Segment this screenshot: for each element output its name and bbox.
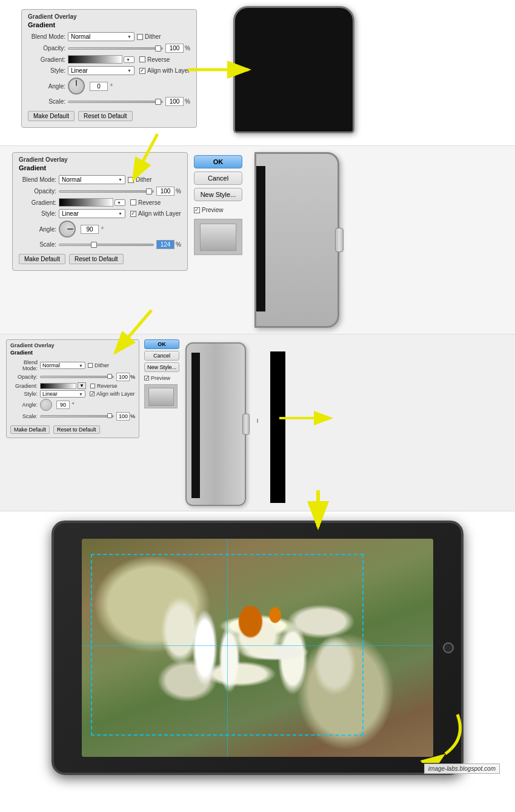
align-layer-check-2[interactable]: Align with Layer — [130, 210, 181, 217]
opacity-thumb-2[interactable] — [146, 188, 152, 195]
dither-check-3[interactable]: Dither — [88, 362, 109, 368]
style-value-3: Linear — [42, 391, 58, 397]
scale-value-2[interactable]: 124 — [156, 240, 174, 249]
angle-knob[interactable] — [68, 78, 85, 95]
align-layer-label: Align with Layer — [147, 67, 190, 74]
dither-checkbox[interactable] — [137, 34, 143, 40]
reverse-check-2[interactable]: Reverse — [130, 199, 161, 206]
preview-thumbnail-3 — [144, 384, 178, 408]
gradient-row-3: Gradient: ▼ Reverse — [10, 382, 135, 389]
opacity-value-3[interactable]: 100 — [116, 373, 130, 381]
panel2-title: Gradient Overlay — [19, 156, 181, 163]
ipad-home-button[interactable] — [443, 642, 454, 653]
opacity-label-3: Opacity: — [10, 374, 38, 380]
reverse-checkbox-3[interactable] — [90, 384, 95, 388]
align-layer-label-3: Align with Layer — [96, 391, 135, 397]
style-select-3[interactable]: Linear ▼ — [40, 390, 85, 398]
gradient-bar-3[interactable] — [40, 383, 76, 389]
gradient-arrow-2: ▼ — [117, 201, 121, 205]
align-layer-check[interactable]: Align with Layer — [139, 67, 190, 74]
preview-label-2: Preview — [202, 207, 224, 213]
cancel-button-2[interactable]: Cancel — [194, 171, 242, 185]
preview-check-2[interactable]: Preview — [194, 207, 242, 213]
blend-mode-row-3: Blend Mode: Normal ▼ Dither — [10, 359, 135, 371]
dither-check-2[interactable]: Dither — [128, 176, 152, 183]
ipad-right-2 — [254, 152, 339, 328]
make-default-btn-2[interactable]: Make Default — [19, 254, 65, 264]
ok-cancel-area-2: OK Cancel New Style... Preview — [194, 155, 242, 255]
ok-cancel-area-3: OK Cancel New Style... Preview — [144, 339, 179, 408]
angle-knob-3[interactable] — [40, 399, 52, 411]
opacity-thumb[interactable] — [155, 45, 161, 52]
style-select-2[interactable]: Linear ▼ — [59, 209, 125, 218]
dither-check[interactable]: Dither — [137, 33, 161, 40]
dither-checkbox-3[interactable] — [88, 363, 93, 368]
style-select[interactable]: Linear ▼ — [68, 66, 135, 75]
reverse-checkbox-2[interactable] — [130, 199, 136, 205]
ok-button-2[interactable]: OK — [194, 155, 242, 168]
angle-value-2[interactable]: 90 — [81, 225, 99, 234]
reverse-check[interactable]: Reverse — [139, 56, 170, 63]
preview-checkbox-2[interactable] — [194, 207, 200, 213]
reset-default-btn-3[interactable]: Reset to Default — [53, 425, 100, 434]
scale-thumb[interactable] — [155, 99, 161, 105]
align-layer-checkbox-3[interactable] — [90, 391, 95, 396]
opacity-slider[interactable] — [68, 47, 163, 50]
align-layer-checkbox-2[interactable] — [130, 211, 136, 217]
reset-default-btn-1[interactable]: Reset to Default — [78, 111, 133, 121]
opacity-value[interactable]: 100 — [165, 44, 184, 53]
blend-mode-label-2: Blend Mode: — [19, 176, 56, 183]
cancel-button-3[interactable]: Cancel — [144, 351, 179, 361]
gradient-bar[interactable] — [68, 55, 122, 64]
make-default-btn-3[interactable]: Make Default — [10, 425, 50, 434]
panel2-subtitle: Gradient — [19, 164, 181, 171]
blend-mode-select-3[interactable]: Normal ▼ — [40, 362, 85, 369]
scale-slider-2[interactable] — [59, 244, 154, 246]
new-style-button-3[interactable]: New Style... — [144, 362, 179, 372]
dither-checkbox-2[interactable] — [128, 177, 134, 183]
preview-check-3[interactable]: Preview — [144, 375, 179, 381]
side-button-3 — [242, 414, 250, 435]
scale-thumb-2[interactable] — [91, 242, 97, 248]
gradient-overlay-panel-3: Gradient Overlay Gradient Blend Mode: No… — [6, 339, 139, 438]
gradient-dropdown-3[interactable]: ▼ — [78, 382, 86, 389]
reset-default-btn-2[interactable]: Reset to Default — [69, 254, 124, 264]
scale-value[interactable]: 100 — [165, 97, 184, 106]
gradient-bar-2[interactable] — [59, 198, 113, 207]
ok-button-3[interactable]: OK — [144, 339, 179, 349]
scale-slider-3[interactable] — [40, 415, 114, 418]
scale-thumb-3[interactable] — [107, 413, 112, 418]
align-layer-checkbox[interactable] — [139, 68, 145, 74]
blend-mode-select-2[interactable]: Normal ▼ — [59, 175, 125, 184]
angle-row-2: Angle: 90 ° — [19, 221, 181, 238]
opacity-value-2[interactable]: 100 — [156, 187, 174, 196]
style-arrow: ▼ — [127, 68, 131, 73]
angle-row: Angle: 0 ° — [28, 78, 190, 95]
preview-checkbox-3[interactable] — [144, 376, 149, 381]
reverse-checkbox[interactable] — [139, 56, 145, 62]
blend-mode-label: Blend Mode: — [28, 33, 65, 40]
opacity-slider-2[interactable] — [59, 190, 154, 193]
new-style-button-2[interactable]: New Style... — [194, 188, 242, 201]
align-layer-check-3[interactable]: Align with Layer — [90, 391, 135, 397]
panel1-subtitle: Gradient — [28, 21, 190, 28]
opacity-unit-3: % — [130, 374, 135, 380]
scale-value-3[interactable]: 100 — [116, 412, 130, 421]
angle-value-3[interactable]: 90 — [56, 401, 70, 409]
make-default-btn-1[interactable]: Make Default — [28, 111, 75, 121]
gradient-dropdown-2[interactable]: ▼ — [115, 199, 125, 206]
blend-mode-select[interactable]: Normal ▼ — [68, 32, 135, 41]
opacity-row-3: Opacity: 100 % — [10, 373, 135, 381]
scale-slider[interactable] — [68, 101, 163, 103]
angle-value[interactable]: 0 — [90, 82, 108, 91]
reverse-check-3[interactable]: Reverse — [90, 383, 118, 389]
ipad-top-device — [233, 6, 354, 133]
angle-knob-2[interactable] — [59, 221, 76, 238]
style-row-3: Style: Linear ▼ Align with Layer — [10, 390, 135, 398]
blend-mode-arrow-2: ▼ — [118, 178, 122, 182]
gradient-dropdown[interactable]: ▼ — [124, 56, 135, 63]
opacity-thumb-3[interactable] — [107, 374, 112, 379]
gradient-row: Gradient: ▼ Reverse — [28, 55, 190, 64]
reverse-label-3: Reverse — [97, 383, 118, 389]
opacity-slider-3[interactable] — [40, 376, 114, 378]
